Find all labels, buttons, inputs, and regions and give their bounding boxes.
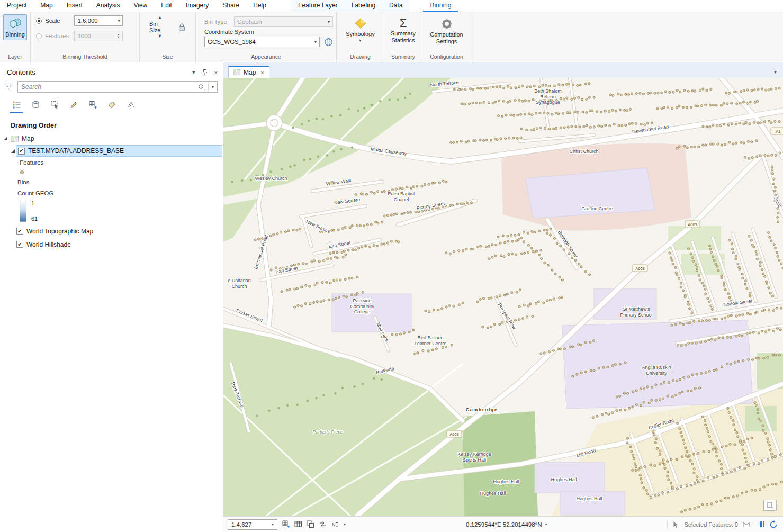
- map-canvas[interactable]: A603A603A603A1 North TerraceBeth ShalomR…: [223, 78, 783, 516]
- table-icon[interactable]: [294, 520, 302, 528]
- expander-icon[interactable]: [4, 137, 7, 140]
- ramp-gradient: [20, 200, 26, 222]
- topographic-checkbox[interactable]: ✔: [16, 228, 23, 235]
- ribbon-group-configuration: Computation Settings Configuration: [422, 12, 471, 62]
- spinner-arrows-icon[interactable]: ▲▼: [116, 33, 120, 39]
- bin-size-up-icon[interactable]: ▲: [158, 15, 163, 20]
- tab-map[interactable]: Map: [33, 0, 59, 12]
- search-options-icon[interactable]: ▾: [212, 85, 214, 89]
- swap-arrows-icon[interactable]: [319, 520, 327, 528]
- features-count-spinner[interactable]: 1000 ▲▼: [74, 31, 123, 41]
- coordinates-display[interactable]: 0.1259544°E 52.2014498°N ▾: [350, 521, 662, 528]
- contents-close-icon[interactable]: ×: [214, 69, 218, 76]
- chevron-down-icon[interactable]: ▾: [545, 522, 547, 527]
- map-tab[interactable]: Map ×: [228, 66, 269, 78]
- tab-editing[interactable]: [67, 99, 80, 113]
- computation-settings-button[interactable]: Computation Settings: [426, 14, 467, 47]
- features-radio-dot[interactable]: [36, 33, 42, 39]
- chevron-down-icon[interactable]: ▾: [314, 40, 317, 44]
- ribbon-group-appearance: Bin Type Geohash ▾ Coordinate System GCS…: [196, 12, 337, 62]
- tab-imagery[interactable]: Imagery: [179, 0, 215, 12]
- map-overview-button[interactable]: [763, 500, 777, 511]
- drawing-order-icon: [12, 101, 21, 109]
- group-label-appearance: Appearance: [196, 53, 336, 62]
- tab-insert[interactable]: Insert: [60, 0, 89, 12]
- bin-size-stepper[interactable]: ▲ Bin Size ▼: [149, 15, 170, 39]
- tab-project[interactable]: Project: [0, 0, 33, 12]
- tree-item-map[interactable]: Map: [0, 132, 223, 145]
- tab-data-source[interactable]: [29, 99, 42, 113]
- contents-collapse-icon[interactable]: ▾: [192, 69, 195, 76]
- symbology-button[interactable]: Symbology ▼: [343, 14, 378, 45]
- status-more-icon[interactable]: ▾: [344, 522, 346, 527]
- layer-checkbox[interactable]: ✔: [18, 148, 25, 155]
- grid-plus-icon[interactable]: [282, 520, 290, 528]
- tab-binning[interactable]: Binning: [423, 0, 458, 12]
- svg-text:A603: A603: [449, 432, 459, 437]
- scale-radio-dot[interactable]: [36, 18, 42, 24]
- search-icon[interactable]: [198, 84, 205, 91]
- tab-selection[interactable]: [48, 99, 61, 113]
- computation-settings-label: Computation Settings: [428, 31, 465, 44]
- search-input[interactable]: Search ▾: [17, 81, 218, 93]
- scale-radio[interactable]: Scale: [36, 17, 69, 24]
- lock-icon[interactable]: [178, 23, 186, 32]
- ribbon-group-binning-threshold: Scale 1:6,000 ▾ Features 1000 ▲▼: [31, 12, 140, 62]
- filter-icon[interactable]: [5, 83, 13, 91]
- map-tab-close-icon[interactable]: ×: [260, 69, 264, 76]
- map-scale-select[interactable]: 1:4,627 ▾: [228, 519, 277, 530]
- tab-view[interactable]: View: [127, 0, 154, 12]
- bin-type-combo[interactable]: Geohash ▾: [234, 16, 333, 27]
- tab-edit[interactable]: Edit: [154, 0, 179, 12]
- tree-item-topographic[interactable]: ✔ World Topographic Map: [0, 225, 223, 237]
- hillshade-checkbox[interactable]: ✔: [16, 241, 23, 248]
- tab-analysis[interactable]: Analysis: [89, 0, 127, 12]
- color-ramp[interactable]: 1 61: [20, 200, 223, 222]
- map-label: Red BalloonLearner Centre: [415, 335, 447, 346]
- svg-text:A603: A603: [635, 266, 645, 271]
- ribbon: Binning Layer Scale 1:6,000 ▾: [0, 12, 783, 62]
- features-radio[interactable]: Features: [36, 33, 69, 39]
- tab-snapping[interactable]: [86, 99, 100, 113]
- scale-value-combo[interactable]: 1:6,000 ▾: [74, 15, 123, 26]
- tree-item-layer[interactable]: ✔ TEST.MYDATA.ADDRESS_BASE: [0, 145, 223, 157]
- tab-help[interactable]: Help: [246, 0, 273, 12]
- globe-icon[interactable]: [324, 38, 333, 47]
- tab-labeling[interactable]: [105, 99, 119, 113]
- coordinate-system-combo[interactable]: GCS_WGS_1984 ▾: [204, 37, 320, 47]
- data-source-icon: [31, 101, 40, 109]
- select-cursor-icon[interactable]: [672, 521, 679, 528]
- features-radio-label: Features: [45, 33, 69, 39]
- envelope-icon[interactable]: [743, 521, 750, 528]
- hillshade-label: World Hillshade: [26, 241, 71, 248]
- svg-text:N: N: [332, 522, 336, 527]
- north-navigate-icon[interactable]: N: [331, 520, 339, 528]
- tab-charts[interactable]: [124, 99, 138, 113]
- chevron-down-icon[interactable]: ▾: [272, 522, 274, 527]
- expander-icon[interactable]: [11, 149, 15, 153]
- bin-size-down-icon[interactable]: ▼: [158, 34, 163, 39]
- chevron-down-icon[interactable]: ▾: [118, 19, 120, 23]
- pin-icon[interactable]: [201, 69, 209, 76]
- tab-feature-layer[interactable]: Feature Layer: [291, 0, 345, 12]
- binning-toggle-button[interactable]: Binning: [3, 14, 27, 40]
- tab-labeling[interactable]: Labeling: [345, 0, 382, 12]
- tabstrip-menu-icon[interactable]: ▾: [774, 69, 779, 78]
- tree-item-hillshade[interactable]: ✔ World Hillshade: [0, 238, 223, 250]
- chevron-down-icon[interactable]: ▼: [358, 39, 362, 43]
- symbology-icon: [354, 17, 367, 30]
- tab-data[interactable]: Data: [382, 0, 409, 12]
- summary-statistics-button[interactable]: Σ Summary Statistics: [388, 14, 419, 46]
- view-tab-strip: Map × ▾: [223, 62, 783, 78]
- pause-drawing-button[interactable]: [760, 521, 764, 527]
- pencil-icon: [69, 101, 78, 109]
- summary-statistics-label: Summary Statistics: [390, 30, 417, 43]
- ribbon-group-layer: Binning Layer: [0, 12, 31, 62]
- map-label: Anglia RuskinUniversity: [642, 365, 671, 376]
- layers-icon[interactable]: [307, 520, 314, 528]
- tab-share[interactable]: Share: [215, 0, 246, 12]
- refresh-icon[interactable]: [769, 520, 778, 529]
- svg-text:A603: A603: [688, 222, 697, 227]
- tab-drawing-order[interactable]: [10, 99, 23, 113]
- features-symbol[interactable]: [0, 168, 223, 176]
